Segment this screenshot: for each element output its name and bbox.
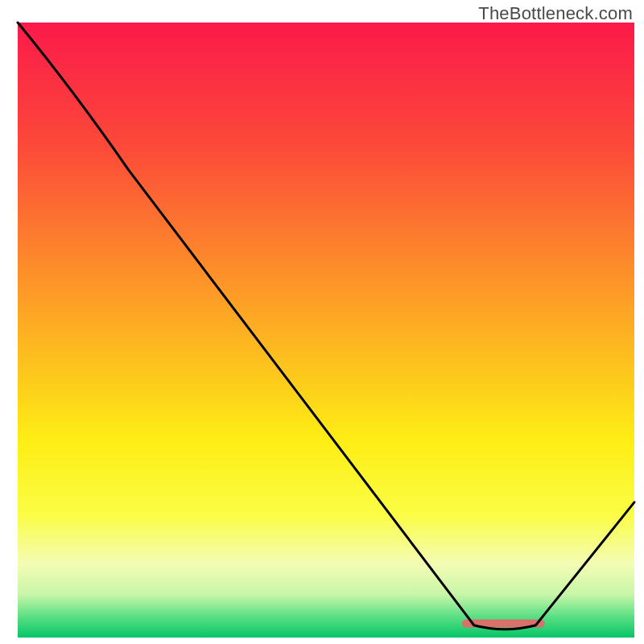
watermark-text: TheBottleneck.com bbox=[478, 3, 633, 24]
bottleneck-chart bbox=[0, 0, 644, 644]
gradient-background bbox=[18, 23, 634, 638]
